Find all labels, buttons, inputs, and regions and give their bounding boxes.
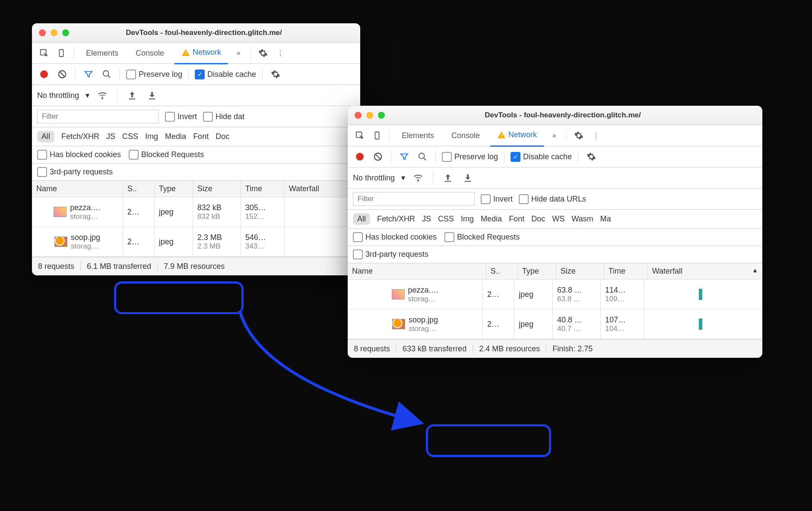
filter-fetch[interactable]: Fetch/XHR (61, 132, 99, 141)
warning-icon (497, 131, 506, 139)
maximize-icon[interactable] (62, 29, 69, 36)
download-icon[interactable] (461, 171, 475, 185)
network-settings-icon[interactable] (269, 67, 282, 81)
filter-all[interactable]: All (353, 213, 370, 225)
settings-icon[interactable] (572, 129, 586, 142)
filter-doc[interactable]: Doc (216, 132, 229, 141)
third-party-checkbox[interactable]: 3rd-party requests (37, 167, 113, 177)
tab-network[interactable]: Network (490, 125, 544, 147)
record-icon[interactable] (37, 67, 51, 81)
requests-table: Name S.. Type Size Time Waterfall pezza.… (32, 181, 360, 257)
table-row[interactable]: pezza.…storag… 2… jpeg 832 kB832 kB 305…… (32, 197, 360, 227)
col-size[interactable]: Size (556, 263, 604, 279)
preserve-log-checkbox[interactable]: Preserve log (442, 152, 498, 162)
col-type[interactable]: Type (518, 263, 556, 279)
table-row[interactable]: soop.jpgstorag… 2… jpeg 2.3 MB2.3 MB 546… (32, 227, 360, 257)
thumbnail-icon (392, 289, 405, 300)
tab-elements[interactable]: Elements (395, 125, 441, 146)
thumbnail-icon (54, 207, 67, 217)
col-size[interactable]: Size (193, 181, 241, 197)
filter-css[interactable]: CSS (438, 214, 454, 224)
col-name[interactable]: Name (348, 263, 486, 279)
hide-data-urls-checkbox[interactable]: Hide data URLs (519, 194, 586, 204)
filter-font[interactable]: Font (193, 132, 209, 141)
record-icon[interactable] (353, 150, 367, 164)
inspect-icon[interactable] (353, 129, 367, 142)
minimize-icon[interactable] (51, 29, 57, 36)
filter-ws[interactable]: WS (552, 214, 565, 224)
filter-wasm[interactable]: Wasm (571, 214, 593, 224)
disable-cache-checkbox[interactable]: ✓Disable cache (195, 69, 256, 79)
tab-network[interactable]: Network (174, 42, 228, 64)
filter-icon[interactable] (397, 150, 411, 164)
blocked-requests-checkbox[interactable]: Blocked Requests (444, 232, 520, 242)
col-type[interactable]: Type (155, 181, 193, 197)
device-icon[interactable] (54, 46, 68, 60)
search-icon[interactable] (416, 150, 429, 164)
filter-img[interactable]: Img (145, 132, 158, 141)
filter-media[interactable]: Media (481, 214, 502, 224)
col-status[interactable]: S.. (123, 181, 155, 197)
clear-icon[interactable] (55, 67, 69, 81)
filter-css[interactable]: CSS (122, 132, 138, 141)
filter-fetch[interactable]: Fetch/XHR (377, 214, 415, 224)
type-cell: jpeg (514, 309, 553, 339)
more-tabs-icon[interactable]: » (232, 46, 245, 60)
hide-data-urls-checkbox[interactable]: Hide dat (203, 112, 244, 122)
table-row[interactable]: soop.jpgstorag… 2… jpeg 40.8 …40.7 … 107… (348, 309, 762, 339)
invert-checkbox[interactable]: Invert (165, 112, 197, 122)
filter-js[interactable]: JS (106, 132, 115, 141)
blocked-cookies-checkbox[interactable]: Has blocked cookies (37, 150, 121, 160)
close-icon[interactable] (355, 112, 362, 119)
filter-all[interactable]: All (37, 131, 54, 142)
filter-img[interactable]: Img (461, 214, 474, 224)
preserve-log-checkbox[interactable]: Preserve log (126, 69, 182, 79)
filter-doc[interactable]: Doc (531, 214, 545, 224)
settings-icon[interactable] (256, 46, 270, 60)
throttling-select[interactable]: No throttling ▾ (37, 91, 89, 100)
col-name[interactable]: Name (32, 181, 123, 197)
device-icon[interactable] (370, 129, 384, 142)
kebab-icon[interactable]: ⋮ (589, 129, 603, 142)
filter-input[interactable] (37, 110, 159, 123)
filter-input[interactable] (353, 192, 475, 206)
filter-js[interactable]: JS (422, 214, 431, 224)
col-time[interactable]: Time (604, 263, 648, 279)
table-row[interactable]: pezza.…storag… 2… jpeg 63.8 …63.8 … 114…… (348, 280, 762, 309)
network-settings-icon[interactable] (584, 150, 598, 164)
annotation-highlight-before (114, 281, 244, 314)
invert-checkbox[interactable]: Invert (481, 194, 513, 204)
tab-elements[interactable]: Elements (79, 43, 125, 63)
download-icon[interactable] (145, 88, 159, 102)
minimize-icon[interactable] (366, 112, 373, 119)
blocked-requests-checkbox[interactable]: Blocked Requests (129, 150, 204, 160)
filter-manifest[interactable]: Ma (600, 214, 611, 224)
status-cell: 2… (123, 197, 155, 227)
clear-icon[interactable] (371, 150, 385, 164)
col-time[interactable]: Time (241, 181, 285, 197)
tab-console[interactable]: Console (129, 43, 171, 63)
divider (433, 172, 433, 184)
third-party-checkbox[interactable]: 3rd-party requests (353, 249, 428, 259)
close-icon[interactable] (39, 29, 46, 36)
filter-font[interactable]: Font (509, 214, 524, 224)
more-tabs-icon[interactable]: » (547, 129, 561, 142)
throttling-select[interactable]: No throttling ▾ (353, 173, 405, 183)
search-icon[interactable] (100, 67, 114, 81)
upload-icon[interactable] (125, 88, 139, 102)
upload-icon[interactable] (441, 171, 455, 185)
devtools-window-before: DevTools - foul-heavenly-direction.glitc… (32, 23, 360, 275)
col-status[interactable]: S.. (486, 263, 518, 279)
filter-media[interactable]: Media (165, 132, 186, 141)
col-waterfall[interactable]: Waterfall▲ (648, 263, 762, 279)
wifi-icon[interactable] (411, 171, 425, 185)
transferred-size: 633 kB transferred (396, 344, 473, 353)
blocked-cookies-checkbox[interactable]: Has blocked cookies (353, 232, 437, 242)
wifi-icon[interactable] (95, 88, 109, 102)
tab-console[interactable]: Console (444, 125, 487, 146)
kebab-icon[interactable]: ⋮ (273, 46, 287, 60)
disable-cache-checkbox[interactable]: ✓Disable cache (511, 152, 572, 162)
maximize-icon[interactable] (378, 112, 385, 119)
filter-icon[interactable] (82, 67, 95, 81)
inspect-icon[interactable] (37, 46, 51, 60)
